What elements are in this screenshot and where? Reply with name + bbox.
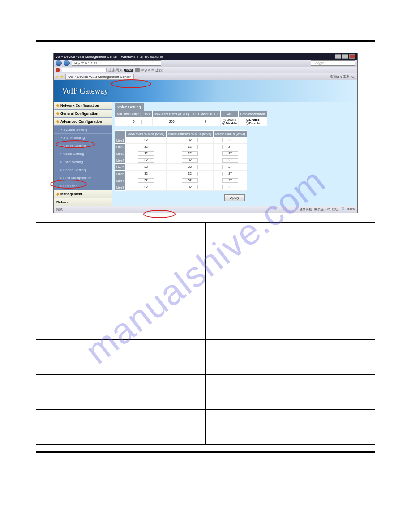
desc-cell bbox=[36, 410, 206, 445]
ask-icon[interactable] bbox=[56, 68, 60, 72]
nero-button[interactable]: nero bbox=[124, 69, 133, 72]
optfactor-input[interactable]: 7 bbox=[198, 120, 214, 124]
arrow-icon: ◆ bbox=[56, 120, 59, 124]
sidebar-item-general[interactable]: ◆General Configuration bbox=[54, 110, 112, 118]
toolbar-search-label[interactable]: 提案周页 bbox=[108, 68, 123, 73]
dtmf-vol-input[interactable]: 27 bbox=[222, 172, 238, 176]
forward-button[interactable] bbox=[64, 60, 70, 66]
line-name: Line8 bbox=[115, 184, 126, 191]
desc-cell bbox=[36, 235, 206, 270]
arrow-icon: ◆ bbox=[56, 103, 59, 107]
echo-enable-radio[interactable] bbox=[246, 119, 249, 122]
desc-cell bbox=[206, 375, 375, 410]
col-max-jitter: Max Jitter Buffer (0~200) bbox=[153, 111, 191, 117]
back-button[interactable] bbox=[56, 60, 62, 66]
lines-table: Local voice volume (0~63) Remote receive… bbox=[115, 130, 247, 191]
mystuff-button[interactable]: MyStuff bbox=[141, 68, 154, 72]
desc-cell bbox=[36, 270, 206, 305]
dtmf-vol-input[interactable]: 27 bbox=[222, 145, 238, 149]
tools-menu[interactable]: 工具(O) bbox=[343, 74, 355, 79]
remote-vol-input[interactable]: 32 bbox=[182, 151, 198, 156]
desc-cell bbox=[36, 375, 206, 410]
maximize-button[interactable] bbox=[342, 54, 348, 59]
col-min-jitter: Min Jitter Buffer (0~150) bbox=[115, 111, 153, 117]
dtmf-vol-input[interactable]: 27 bbox=[222, 178, 238, 183]
desc-hdr-1 bbox=[36, 223, 206, 235]
tab-bar: ★ ✚ VoIP Device WEB Management Center 页面… bbox=[54, 73, 357, 80]
local-vol-input[interactable]: 32 bbox=[138, 172, 154, 176]
remote-vol-input[interactable]: 32 bbox=[182, 165, 198, 169]
col-optfactor: OPTFactor (0~13) bbox=[191, 111, 221, 117]
sidebar-item-management[interactable]: ◆Management bbox=[54, 190, 112, 198]
sidebar-item-network[interactable]: ◆Network Configuration bbox=[54, 102, 112, 110]
remote-vol-input[interactable]: 32 bbox=[182, 145, 198, 149]
apply-button[interactable]: Apply bbox=[224, 194, 245, 201]
echo-disable-radio[interactable] bbox=[246, 122, 249, 125]
sidebar-item-reboot[interactable]: Reboot bbox=[54, 198, 112, 206]
window-title: VoIP Device WEB Management Center - Wind… bbox=[56, 55, 163, 59]
minimize-button[interactable] bbox=[335, 54, 341, 59]
nav-bar: http://10.1.1.3/ Google bbox=[54, 60, 357, 67]
toolbar-icon[interactable] bbox=[135, 68, 140, 72]
min-jitter-input[interactable]: 0 bbox=[126, 120, 142, 124]
sidebar-sub-sntp[interactable]: > SNTP Setting bbox=[54, 134, 112, 142]
remote-vol-input[interactable]: 32 bbox=[182, 178, 198, 183]
remote-vol-input[interactable]: 32 bbox=[182, 138, 198, 142]
dtmf-vol-input[interactable]: 27 bbox=[222, 138, 238, 142]
sidebar-label: General Configuration bbox=[60, 112, 98, 116]
dtmf-vol-input[interactable]: 27 bbox=[222, 185, 238, 189]
col-local-vol: Local voice volume (0~63) bbox=[126, 131, 167, 137]
local-vol-input[interactable]: 32 bbox=[138, 151, 154, 156]
top-rule bbox=[36, 40, 375, 42]
col-echo: Echo cancellation bbox=[238, 111, 267, 117]
dtmf-vol-input[interactable]: 27 bbox=[222, 151, 238, 156]
window-titlebar: VoIP Device WEB Management Center - Wind… bbox=[54, 53, 357, 60]
sidebar-sub-dialplan[interactable]: > Dial Plan bbox=[54, 182, 112, 190]
max-jitter-input[interactable]: 200 bbox=[164, 120, 180, 124]
toolbar-other[interactable]: 捷径 bbox=[155, 68, 163, 73]
vad-disable-radio[interactable] bbox=[222, 122, 225, 125]
sidebar-sub-tone[interactable]: > Tone Setting bbox=[54, 158, 112, 166]
vad-enable-radio[interactable] bbox=[223, 119, 226, 122]
sidebar-sub-voice[interactable]: > Voice Setting bbox=[54, 150, 112, 158]
desc-cell bbox=[206, 410, 375, 445]
sidebar-item-advanced[interactable]: ◆Advanced Configuration bbox=[54, 118, 112, 126]
remote-vol-input[interactable]: 32 bbox=[182, 172, 198, 176]
local-vol-input[interactable]: 32 bbox=[138, 165, 154, 169]
line-name: Line7 bbox=[115, 177, 126, 184]
page-menu[interactable]: 页面(P) bbox=[330, 74, 342, 79]
local-vol-input[interactable]: 32 bbox=[138, 158, 154, 163]
dtmf-vol-input[interactable]: 27 bbox=[222, 165, 238, 169]
add-favorite-icon[interactable]: ✚ bbox=[60, 75, 64, 79]
line-name: Line2 bbox=[115, 144, 126, 150]
local-vol-input[interactable]: 32 bbox=[138, 185, 154, 189]
banner-title: VoIP Gateway bbox=[62, 86, 108, 96]
radio-label: Disable bbox=[249, 122, 260, 125]
apply-row: Apply bbox=[115, 191, 355, 203]
desc-cell bbox=[206, 270, 375, 305]
sidebar-sub-phone[interactable]: > Phone Setting bbox=[54, 166, 112, 174]
close-button[interactable] bbox=[349, 54, 355, 59]
address-bar[interactable]: http://10.1.1.3/ bbox=[72, 60, 161, 66]
local-vol-input[interactable]: 32 bbox=[138, 138, 154, 142]
remote-vol-input[interactable]: 32 bbox=[182, 185, 198, 189]
desc-cell bbox=[36, 340, 206, 375]
toolbar-search[interactable] bbox=[62, 68, 107, 72]
search-input[interactable]: Google bbox=[311, 60, 355, 66]
desc-cell bbox=[206, 235, 375, 270]
local-vol-input[interactable]: 32 bbox=[138, 178, 154, 183]
remote-vol-input[interactable]: 32 bbox=[182, 158, 198, 163]
sidebar-sub-codec[interactable]: > Codec Setting bbox=[54, 142, 112, 150]
vad-cell: Enable Disable bbox=[220, 117, 238, 126]
dtmf-vol-input[interactable]: 27 bbox=[222, 158, 238, 163]
browser-tab[interactable]: VoIP Device WEB Management Center bbox=[65, 74, 134, 80]
col-remote-vol: Remote receive volume (0~63) bbox=[167, 131, 214, 137]
local-vol-input[interactable]: 32 bbox=[138, 145, 154, 149]
desc-cell bbox=[36, 305, 206, 340]
arrow-icon: ◆ bbox=[56, 192, 59, 196]
favorites-icon[interactable]: ★ bbox=[56, 75, 59, 79]
browser-window: VoIP Device WEB Management Center - Wind… bbox=[53, 53, 358, 213]
sidebar-sub-digit[interactable]: > Digit Manipulation bbox=[54, 174, 112, 182]
status-left: 完成 bbox=[56, 207, 63, 212]
sidebar-sub-system[interactable]: > System Setting bbox=[54, 126, 112, 134]
